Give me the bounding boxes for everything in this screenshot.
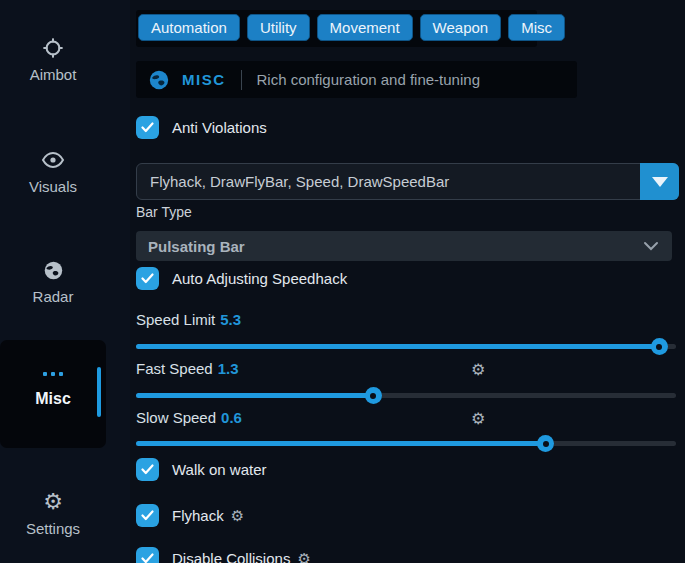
sidebar-item-aimbot[interactable]: Aimbot — [0, 36, 106, 83]
multiselect-dropdown-button[interactable] — [640, 163, 679, 200]
sidebar-item-visuals[interactable]: Visuals — [0, 148, 106, 195]
checkbox-label: Walk on water — [172, 461, 266, 478]
sidebar-item-misc[interactable]: Misc — [0, 340, 106, 448]
checkbox-anti-violations[interactable]: Anti Violations — [136, 116, 267, 139]
section-subtitle: Rich configuration and fine-tuning — [257, 71, 480, 88]
checkbox-checked-icon[interactable] — [136, 267, 159, 290]
sidebar-item-label: Radar — [0, 288, 106, 305]
slider-value: 5.3 — [220, 311, 241, 328]
header-divider — [241, 70, 242, 90]
sidebar-item-label: Visuals — [0, 178, 106, 195]
checkbox-checked-icon[interactable] — [136, 116, 159, 139]
slider-slow-speed[interactable] — [136, 441, 676, 446]
section-header: MISC Rich configuration and fine-tuning — [136, 61, 577, 98]
checkbox-flyhack[interactable]: Flyhack ⚙ — [136, 504, 244, 527]
sidebar: Aimbot Visuals Radar Misc ⚙ Settings — [0, 0, 130, 563]
gear-icon[interactable]: ⚙ — [471, 362, 485, 378]
globe-icon — [149, 70, 169, 90]
slider-speed-limit[interactable] — [136, 344, 676, 349]
tab-weapon[interactable]: Weapon — [420, 14, 502, 41]
chevron-down-icon — [643, 241, 659, 251]
gear-icon[interactable]: ⚙ — [471, 411, 485, 427]
ellipsis-icon — [0, 372, 106, 376]
category-tabs: Automation Utility Movement Weapon Misc — [138, 14, 565, 41]
sidebar-item-settings[interactable]: ⚙ Settings — [0, 490, 106, 537]
checkbox-checked-icon[interactable] — [136, 547, 159, 563]
sidebar-item-radar[interactable]: Radar — [0, 258, 106, 305]
slider-handle[interactable] — [651, 338, 668, 355]
slider-value: 0.6 — [221, 409, 242, 426]
bar-type-select[interactable]: Pulsating Bar — [136, 231, 672, 261]
slider-handle[interactable] — [537, 435, 554, 452]
gear-icon[interactable]: ⚙ — [297, 551, 310, 563]
tab-automation[interactable]: Automation — [138, 14, 240, 41]
checkbox-label: Disable Collisions ⚙ — [172, 550, 311, 563]
slider-value: 1.3 — [218, 360, 239, 377]
slider-handle[interactable] — [365, 387, 382, 404]
bar-type-label: Bar Type — [136, 204, 192, 220]
checkbox-label: Flyhack ⚙ — [172, 507, 244, 524]
selected-accent-bar — [97, 367, 101, 417]
checkbox-label: Auto Adjusting Speedhack — [172, 270, 347, 287]
slider-label-slow-speed: Slow Speed0.6 — [136, 409, 242, 426]
slider-fill — [136, 441, 546, 446]
gear-icon: ⚙ — [0, 490, 106, 514]
slider-label-speed-limit: Speed Limit5.3 — [136, 311, 241, 328]
bar-type-value: Pulsating Bar — [148, 238, 245, 255]
tab-utility[interactable]: Utility — [247, 14, 310, 41]
checkbox-checked-icon[interactable] — [136, 504, 159, 527]
slider-fill — [136, 393, 374, 398]
slider-fast-speed[interactable] — [136, 393, 676, 398]
section-title: MISC — [182, 71, 226, 88]
checkbox-disable-collisions[interactable]: Disable Collisions ⚙ — [136, 547, 311, 563]
eye-icon — [0, 148, 106, 172]
checkbox-checked-icon[interactable] — [136, 458, 159, 481]
tab-movement[interactable]: Movement — [317, 14, 413, 41]
gear-icon[interactable]: ⚙ — [231, 508, 244, 523]
sidebar-item-label: Misc — [0, 390, 106, 408]
sidebar-item-label: Aimbot — [0, 66, 106, 83]
slider-fill — [136, 344, 660, 349]
crosshair-icon — [0, 36, 106, 60]
triangle-down-icon — [652, 177, 668, 187]
slider-label-fast-speed: Fast Speed1.3 — [136, 360, 239, 377]
checkbox-walk-on-water[interactable]: Walk on water — [136, 458, 266, 481]
tab-misc[interactable]: Misc — [508, 14, 565, 41]
globe-icon — [0, 258, 106, 282]
content-panel: Automation Utility Movement Weapon Misc … — [130, 0, 685, 563]
bar-multiselect[interactable]: Flyhack, DrawFlyBar, Speed, DrawSpeedBar — [136, 163, 679, 200]
checkbox-label: Anti Violations — [172, 119, 267, 136]
bar-multiselect-value: Flyhack, DrawFlyBar, Speed, DrawSpeedBar — [150, 173, 449, 190]
checkbox-auto-adjusting-speedhack[interactable]: Auto Adjusting Speedhack — [136, 267, 347, 290]
sidebar-item-label: Settings — [0, 520, 106, 537]
